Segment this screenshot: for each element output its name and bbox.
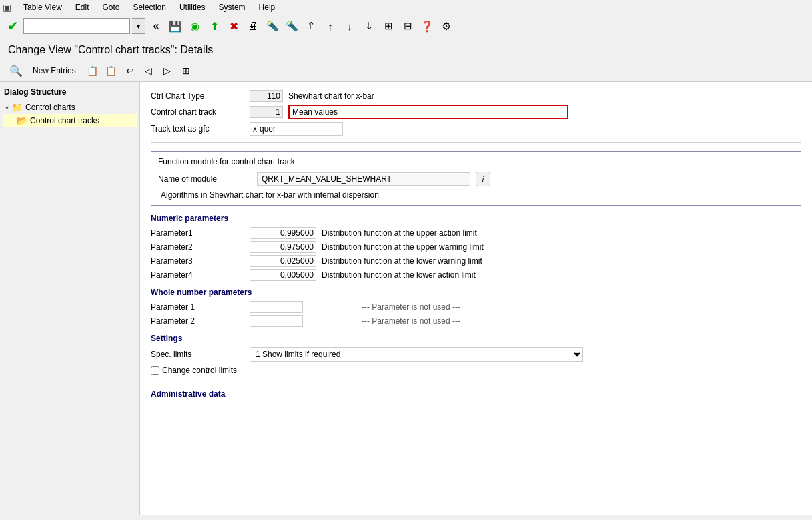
- content-area: Ctrl Chart Type 110 Shewhart chart for x…: [140, 82, 812, 515]
- help-btn[interactable]: ❓: [418, 17, 436, 35]
- print-btn[interactable]: 🖨: [244, 17, 262, 35]
- menu-selection[interactable]: Selection: [127, 1, 173, 13]
- confirm-btn[interactable]: ✔: [4, 17, 21, 35]
- sidebar-item-control-chart-tracks[interactable]: 📂 Control chart tracks: [3, 114, 137, 127]
- stop-btn[interactable]: ✖: [225, 17, 242, 35]
- param4-desc: Distribution function at the lower actio…: [322, 270, 476, 280]
- move-left-btn[interactable]: ◁: [141, 63, 157, 79]
- menu-help[interactable]: Help: [252, 1, 282, 13]
- ctrl-chart-type-label: Ctrl Chart Type: [151, 91, 244, 101]
- ctrl-chart-track-row: Control chart track 1: [151, 105, 801, 119]
- menu-edit[interactable]: Edit: [69, 1, 96, 13]
- bookmark1-btn[interactable]: ⊞: [380, 17, 397, 35]
- save-btn[interactable]: 💾: [167, 17, 184, 35]
- param4-input[interactable]: [250, 269, 316, 281]
- ctrl-chart-track-input[interactable]: [288, 105, 568, 119]
- folder-closed-icon: 📂: [16, 115, 27, 126]
- sidebar-label-control-chart-tracks: Control chart tracks: [30, 116, 99, 125]
- module-name-row: Name of module QRKT_MEAN_VALUE_SHEWHART …: [158, 172, 794, 186]
- param2-input[interactable]: [250, 241, 316, 253]
- search-icon-btn[interactable]: 🔍: [8, 63, 24, 79]
- page-title: Change View "Control chart tracks": Deta…: [0, 37, 812, 60]
- sidebar-title: Dialog Structure: [3, 87, 137, 97]
- param2-desc: Distribution function at the upper warni…: [322, 242, 484, 252]
- track-text-input[interactable]: [250, 122, 343, 136]
- module-name-label: Name of module: [158, 174, 252, 184]
- spec-limits-label: Spec. limits: [151, 350, 244, 359]
- whole-param2-row: Parameter 2 --- Parameter is not used --…: [151, 315, 801, 327]
- ctrl-chart-track-value: 1: [250, 106, 283, 118]
- whole-param1-desc: --- Parameter is not used ---: [362, 302, 460, 312]
- nav-up2-btn[interactable]: ↑: [322, 17, 339, 35]
- settings-title: Settings: [151, 334, 801, 343]
- app-icon: ▣: [3, 2, 11, 13]
- menu-utilities[interactable]: Utilities: [173, 1, 212, 13]
- param2-row: Parameter2 Distribution function at the …: [151, 241, 801, 253]
- whole-param2-input[interactable]: [250, 315, 303, 327]
- algorithm-desc: Algorithms in Shewhart chart for x-bar w…: [158, 190, 794, 200]
- new-entries-btn[interactable]: New Entries: [27, 64, 82, 77]
- settings-section: Settings Spec. limits 1 Show limits if r…: [151, 334, 801, 375]
- sidebar-item-control-charts[interactable]: ▾ 📁 Control charts: [3, 101, 137, 114]
- param3-desc: Distribution function at the lower warni…: [322, 256, 482, 266]
- command-input[interactable]: [23, 18, 130, 34]
- ctrl-chart-track-label: Control chart track: [151, 107, 244, 117]
- find-next-btn[interactable]: 🔦: [283, 17, 300, 35]
- ctrl-chart-type-desc: Shewhart chart for x-bar: [288, 91, 374, 101]
- sidebar: Dialog Structure ▾ 📁 Control charts 📂 Co…: [0, 82, 140, 515]
- param1-input[interactable]: [250, 227, 316, 239]
- sidebar-label-control-charts: Control charts: [25, 103, 75, 112]
- change-control-limits-checkbox[interactable]: [151, 366, 159, 375]
- ctrl-chart-type-value: 110: [250, 90, 283, 102]
- main-layout: Dialog Structure ▾ 📁 Control charts 📂 Co…: [0, 82, 812, 515]
- param2-label: Parameter2: [151, 242, 244, 252]
- first-record-btn[interactable]: «: [147, 17, 165, 35]
- track-text-row: Track text as gfc: [151, 122, 801, 136]
- param4-row: Parameter4 Distribution function at the …: [151, 269, 801, 281]
- function-module-title: Function module for control chart track: [158, 157, 794, 166]
- whole-param2-desc: --- Parameter is not used ---: [362, 316, 460, 326]
- param3-label: Parameter3: [151, 256, 244, 266]
- secondary-toolbar: 🔍 New Entries 📋 📋 ↩ ◁ ▷ ⊞: [0, 60, 812, 82]
- copy-rows2-btn[interactable]: 📋: [103, 63, 119, 79]
- param3-input[interactable]: [250, 255, 316, 267]
- ctrl-chart-type-row: Ctrl Chart Type 110 Shewhart chart for x…: [151, 90, 801, 102]
- bookmark2-btn[interactable]: ⊟: [399, 17, 416, 35]
- param1-label: Parameter1: [151, 228, 244, 238]
- command-dropdown-arrow[interactable]: ▾: [132, 18, 145, 34]
- spec-limits-select[interactable]: 1 Show limits if required: [250, 347, 583, 362]
- up-btn[interactable]: ⬆: [206, 17, 223, 35]
- nav-dn1-btn[interactable]: ↓: [341, 17, 358, 35]
- new-entries-label: New Entries: [33, 66, 76, 75]
- main-toolbar: ✔ ▾ « 💾 ◉ ⬆ ✖ 🖨 🔦 🔦 ⇑ ↑ ↓ ⇓ ⊞ ⊟ ❓ ⚙: [0, 15, 812, 37]
- nav-dn2-btn[interactable]: ⇓: [360, 17, 378, 35]
- whole-param1-input[interactable]: [250, 301, 303, 313]
- whole-number-title: Whole number parameters: [151, 288, 801, 297]
- param4-label: Parameter4: [151, 270, 244, 280]
- menu-goto[interactable]: Goto: [96, 1, 127, 13]
- multi-select-btn[interactable]: ⊞: [178, 63, 194, 79]
- whole-number-section: Whole number parameters Parameter 1 --- …: [151, 288, 801, 327]
- whole-param2-label: Parameter 2: [151, 316, 244, 326]
- param1-row: Parameter1 Distribution function at the …: [151, 227, 801, 239]
- param3-row: Parameter3 Distribution function at the …: [151, 255, 801, 267]
- numeric-params-section: Numeric parameters Parameter1 Distributi…: [151, 214, 801, 281]
- undo-btn[interactable]: ↩: [122, 63, 138, 79]
- nav-up1-btn[interactable]: ⇑: [302, 17, 320, 35]
- find-btn[interactable]: 🔦: [264, 17, 281, 35]
- admin-data-title: Administrative data: [151, 389, 801, 399]
- settings-gear-btn[interactable]: ⚙: [438, 17, 455, 35]
- expand-arrow: ▾: [5, 104, 9, 111]
- menu-system[interactable]: System: [212, 1, 252, 13]
- menu-table-view[interactable]: Table View: [17, 1, 69, 13]
- track-text-label: Track text as gfc: [151, 124, 244, 134]
- move-right-btn[interactable]: ▷: [159, 63, 175, 79]
- info-icon-btn[interactable]: i: [476, 172, 490, 186]
- copy-rows-btn[interactable]: 📋: [85, 63, 101, 79]
- param1-desc: Distribution function at the upper actio…: [322, 228, 477, 238]
- whole-param1-label: Parameter 1: [151, 302, 244, 312]
- function-module-section: Function module for control chart track …: [151, 151, 801, 206]
- whole-param1-row: Parameter 1 --- Parameter is not used --…: [151, 301, 801, 313]
- spec-limits-row: Spec. limits 1 Show limits if required ▾: [151, 347, 801, 362]
- refresh-btn[interactable]: ◉: [186, 17, 204, 35]
